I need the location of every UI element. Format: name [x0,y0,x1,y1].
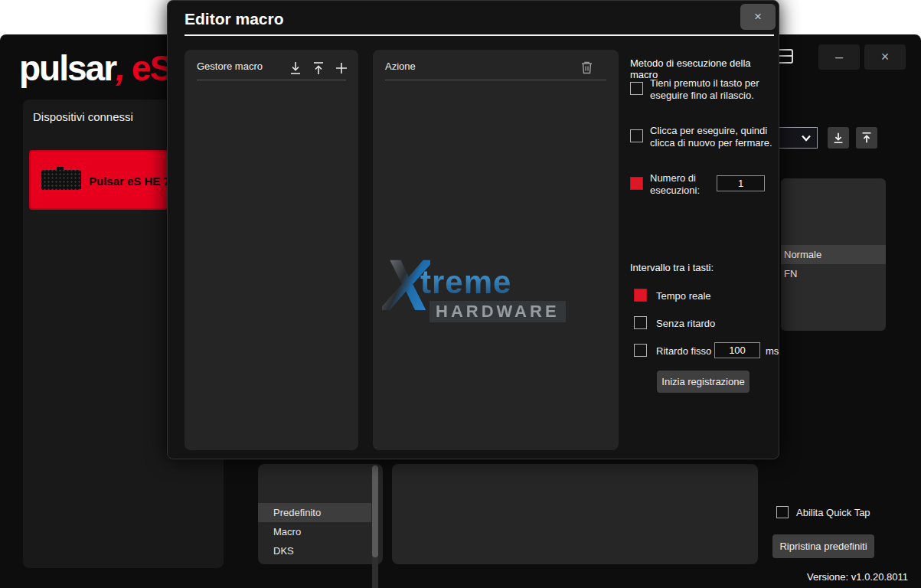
upload-profile-button[interactable] [856,127,877,149]
add-macro-button[interactable] [333,60,350,77]
xtreme-hardware-watermark: X treme HARDWARE [382,258,562,335]
export-macro-button[interactable] [310,60,327,77]
plus-icon [334,60,349,76]
hold-to-run-checkbox[interactable] [630,82,643,95]
mode-label: Macro [273,526,301,537]
download-profile-button[interactable] [828,127,849,149]
watermark-treme: treme [420,264,511,301]
hold-to-run-label: Tieni premuto il tasto per eseguire fino… [650,77,782,102]
interval-header: Intervallo tra i tasti: [630,262,714,273]
fixed-delay-input[interactable] [714,342,760,358]
window-close-icon: × [881,49,890,65]
macro-manager-panel: Gestore macro [185,50,358,450]
mode-list-scrollbar-thumb[interactable] [372,466,378,557]
device-name: Pulsar eS HE 70 [89,175,176,188]
execution-count-checkbox[interactable] [630,177,643,190]
real-time-checkbox[interactable] [634,289,647,302]
real-time-label: Tempo reale [656,290,711,302]
restore-defaults-button[interactable]: Ripristina predefiniti [772,534,874,558]
version-text: Versione: v1.0.20.8011 [807,571,908,583]
execution-count-input[interactable] [717,175,765,191]
screen: pulsar,eS – × Dispositivi connessi Pulsa… [0,0,921,588]
mode-item-dks[interactable]: DKS [258,541,371,560]
import-macro-button[interactable] [287,60,304,77]
layer-item-normale[interactable]: Normale [781,245,886,264]
mode-item-predefinito[interactable]: Predefinito [258,503,371,522]
start-recording-button[interactable]: Inizia registrazione [657,371,750,393]
quick-tap-label: Abilita Quick Tap [796,507,870,519]
fixed-delay-unit: ms [766,345,779,358]
quick-tap-checkbox[interactable] [776,506,789,518]
trash-icon [580,60,594,75]
no-delay-checkbox[interactable] [634,316,647,329]
upload-icon [311,60,326,76]
click-toggle-checkbox[interactable] [630,129,643,142]
minimize-icon: – [835,49,843,65]
macro-manager-rule [197,80,346,80]
logo-text: pulsar [19,48,116,88]
layer-label: FN [784,268,797,279]
dialog-title-rule [185,34,774,36]
minimize-button[interactable]: – [818,44,860,70]
download-icon [288,60,303,76]
keyboard-icon [41,170,81,190]
action-panel-rule [385,80,606,80]
macro-manager-title: Gestore macro [197,60,263,72]
no-delay-label: Senza ritardo [656,318,715,330]
dialog-title: Editor macro [185,10,284,28]
fixed-delay-checkbox[interactable] [634,344,647,357]
close-icon: × [754,9,762,24]
devices-panel-title: Dispositivi connessi [33,110,133,123]
execution-count-label: Numero di esecuzioni: [650,172,720,197]
pulsar-logo: pulsar,eS [19,47,171,89]
upload-icon [860,131,874,145]
download-icon [831,131,845,145]
layers-panel: Normale FN [781,178,886,331]
chevron-down-icon [800,132,812,144]
layer-item-fn[interactable]: FN [781,264,886,283]
watermark-hardware: HARDWARE [429,301,566,322]
mode-item-macro[interactable]: Macro [258,522,371,541]
key-mode-list: Predefinito Macro DKS Hold Tap Toggle [258,464,383,564]
action-panel: Azione X treme HARDWARE [373,50,619,450]
window-close-button[interactable]: × [864,44,906,70]
layer-label: Normale [784,249,821,260]
key-settings-panel [392,464,758,564]
action-panel-title: Azione [385,60,416,72]
mode-item-hold-tap[interactable]: Hold Tap [258,560,371,564]
logo-comma: , [116,48,124,88]
mode-label: Predefinito [273,507,321,518]
macro-editor-dialog: Editor macro × Gestore macro [167,0,779,459]
fixed-delay-label: Ritardo fisso [656,345,711,358]
mode-label: DKS [273,545,294,557]
logo-accent: eS [132,48,171,88]
dialog-close-button[interactable]: × [740,4,776,30]
delete-action-button[interactable] [578,59,595,76]
click-toggle-label: Clicca per eseguire, quindi clicca di nu… [650,125,786,149]
